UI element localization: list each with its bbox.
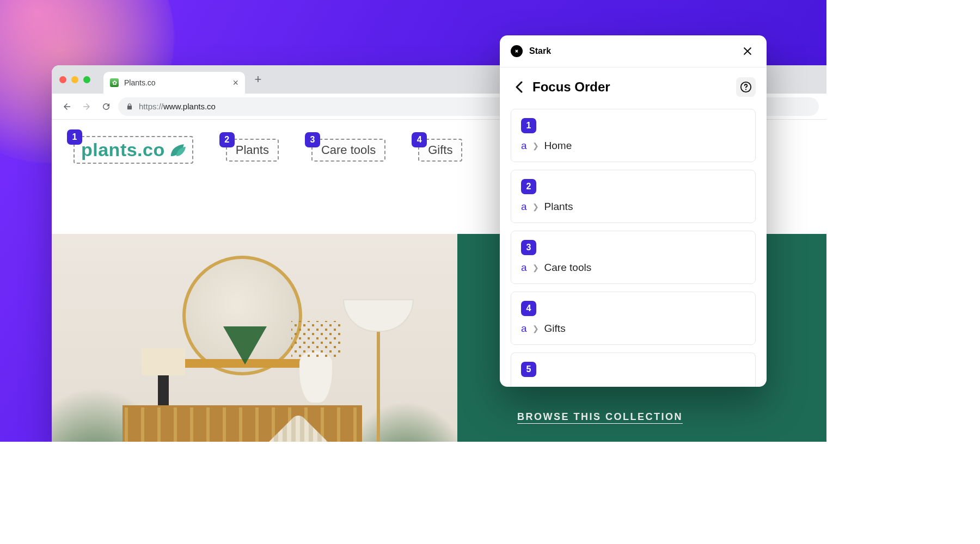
order-badge: 4 bbox=[521, 301, 536, 316]
reload-icon bbox=[101, 102, 111, 112]
window-controls bbox=[59, 76, 90, 83]
order-badge: 3 bbox=[521, 240, 536, 255]
reload-button[interactable] bbox=[99, 99, 114, 114]
minimize-window-button[interactable] bbox=[71, 76, 78, 83]
focus-badge: 3 bbox=[305, 132, 320, 147]
logo-text: plants.co bbox=[81, 139, 186, 160]
chevron-right-icon: ❯ bbox=[532, 324, 539, 333]
stark-logo-icon bbox=[511, 45, 523, 57]
help-button[interactable] bbox=[736, 77, 756, 97]
help-icon bbox=[740, 81, 752, 93]
stark-subheader: Focus Order bbox=[500, 67, 767, 109]
nav-logo[interactable]: 1 plants.co bbox=[74, 136, 193, 164]
focus-badge: 1 bbox=[67, 129, 82, 145]
stark-header: Stark bbox=[500, 35, 767, 67]
lock-icon bbox=[126, 103, 133, 110]
chevron-left-icon bbox=[515, 81, 523, 93]
back-button[interactable] bbox=[511, 79, 527, 95]
close-window-button[interactable] bbox=[59, 76, 66, 83]
nav-plants[interactable]: 2 Plants bbox=[226, 139, 279, 162]
nav-label: Care tools bbox=[321, 143, 376, 157]
browser-tab[interactable]: ✿ Plants.co × bbox=[103, 72, 245, 94]
back-button[interactable] bbox=[59, 99, 75, 114]
stark-name: Stark bbox=[529, 46, 551, 56]
arrow-right-icon bbox=[82, 102, 91, 112]
element-path: a ❯ Plants bbox=[521, 201, 745, 213]
arrow-left-icon bbox=[62, 102, 72, 112]
focus-order-item[interactable]: 2 a ❯ Plants bbox=[511, 170, 756, 223]
nav-gifts[interactable]: 4 Gifts bbox=[418, 139, 462, 162]
focus-order-list: 1 a ❯ Home 2 a ❯ Plants 3 a ❯ Care tools bbox=[500, 109, 767, 387]
stark-panel: Stark Focus Order 1 a ❯ Home 2 a ❯ bbox=[500, 35, 767, 387]
focus-badge: 2 bbox=[219, 132, 235, 147]
hero-image bbox=[52, 234, 457, 442]
element-path: a ❯ Care tools bbox=[521, 262, 745, 274]
focus-order-item[interactable]: 1 a ❯ Home bbox=[511, 109, 756, 162]
url-text: https://www.plants.co bbox=[139, 102, 216, 111]
svg-point-2 bbox=[745, 89, 746, 90]
order-badge: 2 bbox=[521, 179, 536, 194]
focus-order-item[interactable]: 5 bbox=[511, 353, 756, 387]
forward-button[interactable] bbox=[79, 99, 94, 114]
close-icon bbox=[742, 46, 753, 57]
new-tab-button[interactable]: + bbox=[250, 72, 266, 87]
order-badge: 5 bbox=[521, 362, 536, 377]
nav-label: Plants bbox=[236, 143, 269, 157]
nav-label: Gifts bbox=[428, 143, 452, 157]
tab-title: Plants.co bbox=[124, 78, 156, 87]
element-path: a ❯ Home bbox=[521, 140, 745, 152]
chevron-right-icon: ❯ bbox=[532, 263, 539, 272]
chevron-right-icon: ❯ bbox=[532, 202, 539, 211]
nav-care-tools[interactable]: 3 Care tools bbox=[311, 139, 385, 162]
browse-collection-link[interactable]: BROWSE THIS COLLECTION bbox=[517, 411, 683, 423]
close-panel-button[interactable] bbox=[739, 43, 756, 59]
favicon-icon: ✿ bbox=[110, 78, 119, 87]
focus-badge: 4 bbox=[412, 132, 427, 147]
leaf-icon bbox=[167, 142, 186, 158]
zoom-window-button[interactable] bbox=[83, 76, 90, 83]
element-path: a ❯ Gifts bbox=[521, 323, 745, 335]
order-badge: 1 bbox=[521, 118, 536, 133]
focus-order-item[interactable]: 4 a ❯ Gifts bbox=[511, 292, 756, 345]
chevron-right-icon: ❯ bbox=[532, 141, 539, 150]
close-tab-button[interactable]: × bbox=[232, 78, 238, 88]
focus-order-item[interactable]: 3 a ❯ Care tools bbox=[511, 231, 756, 284]
panel-title: Focus Order bbox=[532, 79, 610, 95]
